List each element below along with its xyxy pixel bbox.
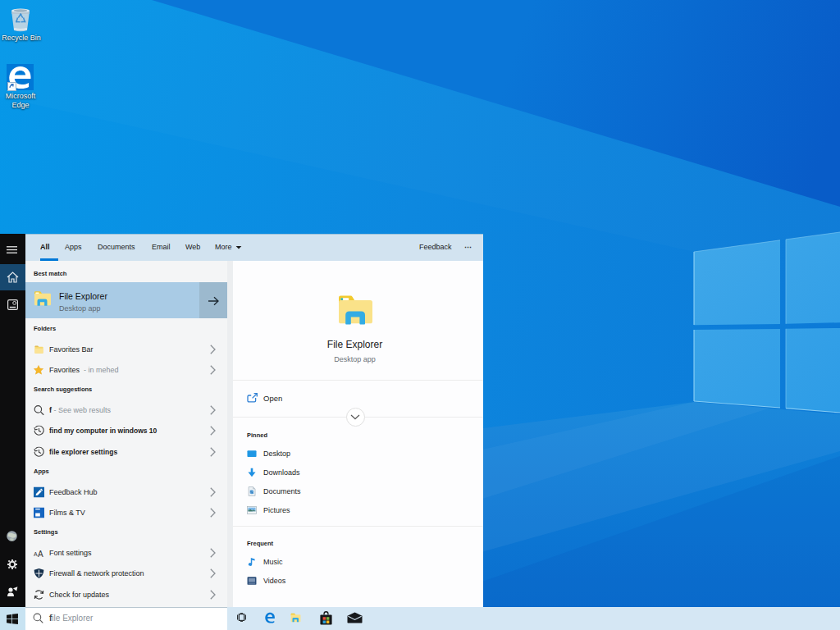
svg-text:A: A — [38, 549, 43, 558]
